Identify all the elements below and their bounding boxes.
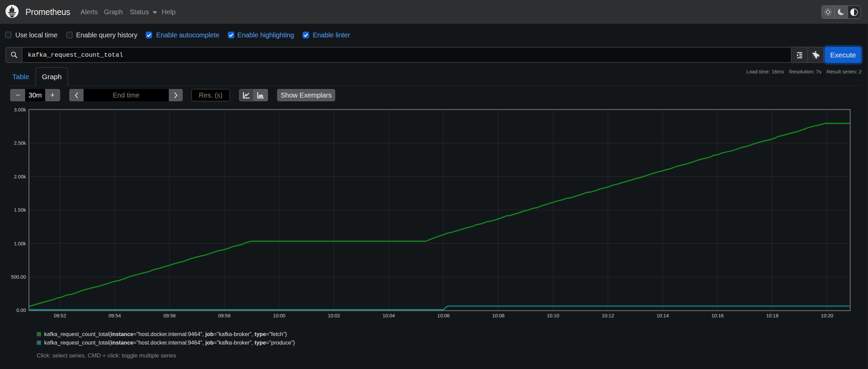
svg-text:10:18: 10:18: [766, 313, 778, 318]
svg-text:09:54: 09:54: [109, 313, 121, 318]
svg-text:0.00: 0.00: [16, 308, 26, 313]
svg-text:2.00k: 2.00k: [14, 174, 26, 179]
svg-text:09:52: 09:52: [54, 313, 66, 318]
svg-text:1.00k: 1.00k: [14, 241, 26, 246]
svg-text:10:12: 10:12: [602, 313, 614, 318]
svg-text:10:02: 10:02: [328, 313, 340, 318]
svg-text:10:04: 10:04: [383, 313, 395, 318]
svg-text:10:20: 10:20: [821, 313, 833, 318]
svg-text:10:00: 10:00: [273, 313, 285, 318]
svg-text:09:56: 09:56: [163, 313, 176, 318]
svg-text:500.00: 500.00: [11, 274, 26, 280]
svg-text:10:08: 10:08: [492, 313, 504, 318]
svg-text:3.00k: 3.00k: [14, 107, 26, 112]
svg-text:09:58: 09:58: [218, 313, 230, 318]
svg-text:10:06: 10:06: [437, 313, 450, 318]
svg-text:2.50k: 2.50k: [14, 140, 26, 146]
svg-text:10:14: 10:14: [656, 313, 669, 318]
svg-text:10:16: 10:16: [711, 313, 724, 318]
svg-text:1.50k: 1.50k: [14, 207, 26, 213]
svg-text:10:10: 10:10: [547, 313, 559, 318]
